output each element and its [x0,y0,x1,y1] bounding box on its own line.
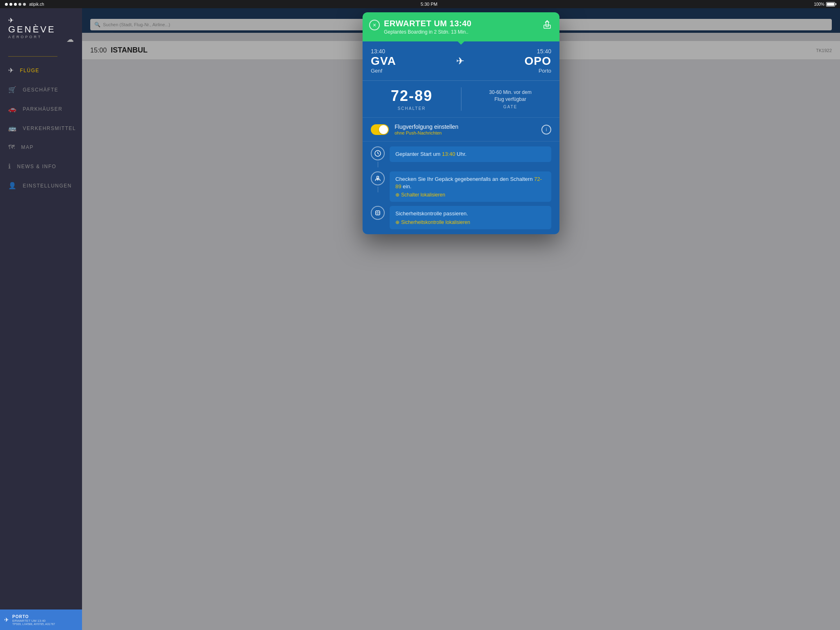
logo-plane-icon: ✈ [8,16,14,24]
geschaefte-label: GESCHÄFTE [23,87,59,93]
timeline-text-3: Sicherheitskontrolle passieren. [395,210,420,217]
counter-label: SCHALTER [371,106,420,111]
modal-header: × ERWARTET UM 13:40 Geplantes Boarding i… [363,12,420,41]
timeline-icon-wrap-2 [371,171,385,192]
counter-locate-link[interactable]: ⊕ Schalter lokalisieren [395,192,420,198]
svg-point-5 [377,176,379,178]
logo-title: GENÈVE [8,25,56,34]
einstellungen-icon: 👤 [8,182,17,189]
timeline-line-1 [378,162,378,167]
counter-section: 72-89 SCHALTER [371,87,420,111]
tracking-toggle[interactable] [371,124,389,135]
timeline-icon-wrap-1 [371,146,385,167]
timeline-item-3: Sicherheitskontrolle passieren. ⊕ Sicher… [371,206,420,229]
logo-subtitle: AÉROPORT [8,35,42,39]
map-icon: 🗺 [8,144,16,151]
timeline-content-2: Checken Sie Ihr Gepäck gegebenenfalls an… [390,171,420,202]
dep-code: GVA [371,55,396,68]
parkhaeuser-icon: 🚗 [8,105,17,113]
modal-subtitle: Geplantes Boarding in 2 Stdn. 13 Min.. [384,29,420,35]
sidebar-item-parkhaeuser[interactable]: 🚗 PARKHÄUSER [0,99,82,119]
status-bar: atipik.ch 5:30 PM 100% [0,0,420,8]
sidebar-item-fluege[interactable]: ✈ FLÜGE [0,61,82,80]
fluege-label: FLÜGE [20,68,40,73]
svg-point-11 [377,214,378,215]
counter-link-text: Schalter lokalisieren [401,192,420,198]
dep-city: Genf [371,68,396,74]
flight-route: 13:40 GVA Genf ✈ 15:40 OPO Porto [363,41,420,81]
close-icon: × [373,22,376,28]
dep-time: 13:40 [371,48,396,55]
toggle-section: Flugverfolgung einstellen ohne Push-Nach… [363,118,420,142]
svg-point-10 [377,212,378,212]
modal-body: 13:40 GVA Genf ✈ 15:40 OPO Porto [363,41,420,234]
sidebar-item-news[interactable]: ℹ NEWS & INFO [0,157,82,176]
status-dot-4 [18,3,21,6]
geschaefte-icon: 🛒 [8,86,17,94]
news-label: NEWS & INFO [17,164,57,169]
sidebar-divider [8,56,57,57]
verkehr-icon: 🚌 [8,124,17,132]
modal-header-text: ERWARTET UM 13:40 Geplantes Boarding in … [384,19,420,35]
timeline-content-3: Sicherheitskontrolle passieren. ⊕ Sicher… [390,206,420,229]
security-link-text: Sicherheitskontrolle lokalisieren [401,219,420,225]
right-panel: ✈ ✈ 🔍 Suchen (Stadt, Flug-Nr., Airline..… [82,8,420,315]
fluege-icon: ✈ [8,66,14,74]
sidebar-item-verkehr[interactable]: 🚌 VERKEHRSMITTEL [0,119,82,138]
svg-line-4 [378,153,379,154]
timeline-icon-wrap-3 [371,206,385,220]
timeline-section: Geplanter Start um 13:40 Uhr. [363,142,420,234]
timeline-text-1: Geplanter Start um 13:40 Uhr. [395,151,420,158]
verkehr-label: VERKEHRSMITTEL [23,126,76,131]
sidebar-item-einstellungen[interactable]: 👤 EINSTELLUNGEN [0,176,82,195]
sidebar-item-geschaefte[interactable]: 🛒 GESCHÄFTE [0,80,82,99]
modal-card: × ERWARTET UM 13:40 Geplantes Boarding i… [363,12,420,234]
parkhaeuser-label: PARKHÄUSER [23,106,63,112]
clock-icon [371,146,385,160]
toggle-text: Flugverfolgung einstellen ohne Push-Nach… [395,123,420,135]
logo-area: ✈ GENÈVE AÉROPORT ☁ [0,16,82,56]
modal-header-left: × ERWARTET UM 13:40 Geplantes Boarding i… [369,19,420,35]
sidebar-item-map[interactable]: 🗺 MAP [0,138,82,157]
route-departure: 13:40 GVA Genf [371,48,396,74]
timeline-item-2: Checken Sie Ihr Gepäck gegebenenfalls an… [371,171,420,202]
timeline-text-2: Checken Sie Ihr Gepäck gegebenenfalls an… [395,176,420,190]
news-icon: ℹ [8,162,11,170]
status-site: atipik.ch [29,2,44,7]
status-dot-3 [14,3,17,6]
security-locate-icon: ⊕ [395,219,399,225]
gate-section: 72-89 SCHALTER 30-60 Min. vor demFlug ve… [363,81,420,118]
sidebar: ✈ GENÈVE AÉROPORT ☁ ✈ FLÜGE 🛒 GESCHÄFTE … [0,8,82,315]
status-left: atipik.ch [5,2,44,7]
toggle-knob [379,125,388,134]
einstellungen-label: EINSTELLUNGEN [23,183,72,189]
timeline-line-2 [378,187,378,192]
security-locate-link[interactable]: ⊕ Sicherheitskontrolle lokalisieren [395,219,420,225]
close-button[interactable]: × [369,20,380,30]
checkin-icon [371,171,385,185]
locate-icon: ⊕ [395,192,399,198]
security-icon [371,206,385,220]
app-container: ✈ GENÈVE AÉROPORT ☁ ✈ FLÜGE 🛒 GESCHÄFTE … [0,8,420,315]
toggle-label: Flugverfolgung einstellen [395,123,420,130]
map-label: MAP [21,144,34,150]
status-dot-1 [5,3,8,6]
status-dot-5 [23,3,26,6]
timeline-item-1: Geplanter Start um 13:40 Uhr. [371,146,420,167]
logo-cloud-icon: ☁ [66,35,74,44]
toggle-sublabel: ohne Push-Nachrichten [395,130,420,135]
status-dot-2 [9,3,12,6]
counter-number: 72-89 [371,87,420,105]
modal-overlay: × ERWARTET UM 13:40 Geplantes Boarding i… [82,8,420,315]
timeline-content-1: Geplanter Start um 13:40 Uhr. [390,146,420,162]
modal-title: ERWARTET UM 13:40 [384,19,420,28]
